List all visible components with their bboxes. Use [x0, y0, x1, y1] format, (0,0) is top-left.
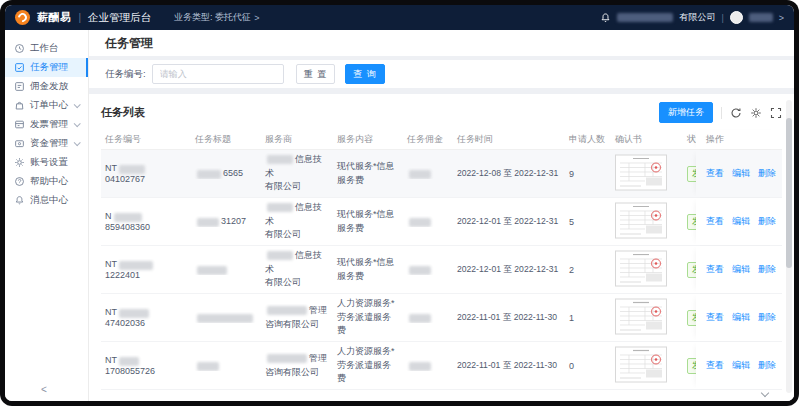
sidebar-item-label: 佣金发放: [30, 80, 68, 93]
confirmation-doc-thumbnail[interactable]: [615, 154, 667, 191]
provider-cell: 信息技术有限公司: [261, 153, 333, 194]
list-header: 任务列表 新增任务: [101, 94, 782, 130]
action-view[interactable]: 查看: [706, 167, 724, 180]
app-title: 企业管理后台: [88, 11, 151, 25]
business-type-label: 业务类型: 委托代征: [174, 11, 251, 24]
task-time-cell: 2022-12-01 至 2022-12-31: [453, 264, 565, 276]
table-row: NT1222401 信息技术有限公司 现代服务*信息服务费 2022-12-01…: [101, 246, 782, 294]
business-type-selector[interactable]: 业务类型: 委托代征 >: [174, 11, 259, 24]
action-view[interactable]: 查看: [706, 359, 724, 372]
action-edit[interactable]: 编辑: [732, 263, 750, 276]
refresh-icon[interactable]: [730, 107, 742, 119]
sidebar-item-label: 任务管理: [30, 61, 68, 74]
chevron-down-icon: [74, 120, 81, 127]
chevron-right-icon[interactable]: >: [779, 13, 784, 23]
provider-cell: 管理咨询有限公司: [261, 352, 333, 379]
row-actions: 查看编辑删除: [696, 342, 782, 389]
row-actions: 查看编辑删除: [696, 198, 782, 245]
toolbar-divider: [721, 107, 722, 119]
task-icon: [14, 62, 25, 73]
sidebar-item-label: 账号设置: [30, 156, 68, 169]
task-time-cell: 2022-11-01 至 2022-11-30: [453, 360, 565, 372]
sidebar-item-workbench[interactable]: 工作台: [5, 39, 88, 58]
col-header-actions: 操作: [696, 130, 782, 149]
sidebar-item-label: 资金管理: [30, 137, 68, 150]
table-row: N859408360 31207 信息技术有限公司 现代服务*信息服务费 202…: [101, 198, 782, 246]
action-delete[interactable]: 删除: [758, 215, 776, 228]
action-delete[interactable]: 删除: [758, 167, 776, 180]
table-row: NT04102767 6565 信息技术有限公司 现代服务*信息服务费 2022…: [101, 150, 782, 198]
sidebar-item-task-management[interactable]: 任务管理: [5, 58, 88, 77]
task-time-cell: 2022-12-08 至 2022-12-31: [453, 168, 565, 180]
action-view[interactable]: 查看: [706, 215, 724, 228]
action-delete[interactable]: 删除: [758, 359, 776, 372]
vertical-scrollbar: [786, 100, 792, 393]
invoice-icon: [14, 119, 25, 130]
commission-cell: [403, 216, 453, 226]
bell-icon[interactable]: [600, 12, 611, 23]
col-header-provider: 服务商: [261, 133, 333, 146]
task-title-cell: [191, 264, 261, 274]
company-name-suffix: 有限公司: [679, 11, 715, 24]
payout-icon: [14, 81, 25, 92]
confirmation-doc-thumbnail[interactable]: [615, 202, 667, 239]
brand-divider: |: [79, 12, 82, 23]
commission-cell: [403, 360, 453, 370]
sidebar-item-invoice-management[interactable]: 发票管理: [5, 115, 88, 134]
confirmation-doc-thumbnail[interactable]: [615, 298, 667, 335]
commission-cell: [403, 264, 453, 274]
applicant-count-cell: 2: [565, 265, 611, 275]
row-actions: 查看编辑删除: [696, 294, 782, 341]
confirmation-cell: [611, 346, 683, 385]
scrollbar-thumb[interactable]: [786, 118, 792, 268]
search-button[interactable]: 查 询: [345, 64, 385, 84]
sidebar-item-help-center[interactable]: 帮助中心: [5, 172, 88, 191]
task-number-input[interactable]: [152, 64, 284, 84]
task-title-cell: 31207: [191, 216, 261, 226]
sidebar-item-label: 消息中心: [30, 194, 68, 207]
sidebar-item-funds-management[interactable]: 资金管理: [5, 134, 88, 153]
confirmation-cell: [611, 298, 683, 337]
sidebar-item-label: 订单中心: [30, 99, 68, 112]
message-icon: [14, 195, 25, 206]
action-edit[interactable]: 编辑: [732, 311, 750, 324]
action-edit[interactable]: 编辑: [732, 215, 750, 228]
action-view[interactable]: 查看: [706, 311, 724, 324]
col-header-applicants: 申请人数: [565, 133, 611, 146]
sidebar-item-label: 工作台: [30, 42, 59, 55]
action-edit[interactable]: 编辑: [732, 359, 750, 372]
task-time-cell: 2022-12-01 至 2022-12-31: [453, 216, 565, 228]
table-header-row: 任务编号 任务标题 服务商 服务内容 任务佣金 任务时间 申请人数 确认书 状态…: [101, 130, 782, 150]
task-title-cell: [191, 360, 261, 370]
chevron-right-icon: >: [254, 13, 259, 23]
brand-name: 薪酬易: [37, 10, 72, 25]
service-content-cell: 人力资源服务*劳务派遣服务费: [333, 297, 403, 338]
confirmation-cell: [611, 154, 683, 193]
chevron-down-icon: [74, 101, 81, 108]
table-row: NT47402036 管理咨询有限公司 人力资源服务*劳务派遣服务费 2022-…: [101, 294, 782, 342]
main-content: 任务管理 任务编号: 重 置 查 询 任务列表 新增任务: [89, 30, 794, 401]
action-delete[interactable]: 删除: [758, 263, 776, 276]
task-number-cell: N859408360: [101, 211, 191, 231]
user-avatar[interactable]: [730, 11, 743, 24]
action-view[interactable]: 查看: [706, 263, 724, 276]
app-logo-icon: [15, 10, 30, 25]
confirmation-doc-thumbnail[interactable]: [615, 250, 667, 287]
reset-button[interactable]: 重 置: [296, 64, 336, 84]
sidebar-item-label: 帮助中心: [30, 175, 68, 188]
sidebar-item-account-settings[interactable]: 账号设置: [5, 153, 88, 172]
sidebar-item-order-center[interactable]: 订单中心: [5, 96, 88, 115]
task-list-card: 任务列表 新增任务: [89, 94, 794, 401]
fullscreen-icon[interactable]: [770, 107, 782, 119]
page-title-bar: 任务管理: [89, 30, 794, 56]
sidebar-collapse-toggle[interactable]: <: [41, 384, 47, 395]
action-delete[interactable]: 删除: [758, 311, 776, 324]
confirmation-doc-thumbnail[interactable]: [615, 346, 667, 383]
settings-gear-icon[interactable]: [750, 107, 762, 119]
sidebar-item-commission-payout[interactable]: 佣金发放: [5, 77, 88, 96]
sidebar-item-label: 发票管理: [30, 118, 68, 131]
page-title: 任务管理: [105, 35, 153, 52]
action-edit[interactable]: 编辑: [732, 167, 750, 180]
add-task-button[interactable]: 新增任务: [659, 102, 713, 123]
sidebar-item-message-center[interactable]: 消息中心: [5, 191, 88, 210]
